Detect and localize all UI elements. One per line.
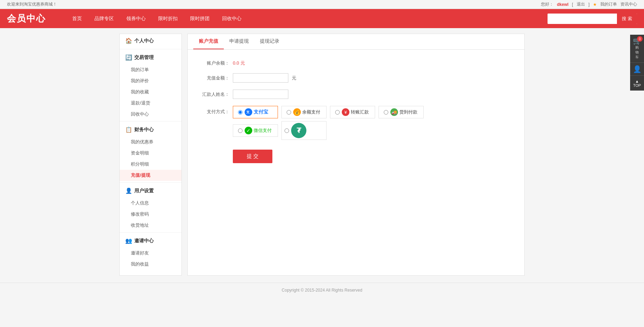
sidebar-item-recycle[interactable]: 回收中心: [120, 109, 181, 120]
alipay-label: 支付宝: [254, 109, 268, 115]
submit-button[interactable]: 提 交: [233, 150, 272, 163]
topbar-right: 您好： dkewl [ 退出 ] ★ 我的订单 资讯中心: [541, 1, 637, 7]
payer-input[interactable]: [233, 90, 288, 99]
sidebar-item-my-coupons[interactable]: 我的优惠券: [120, 136, 181, 148]
search-input[interactable]: [548, 14, 617, 23]
cart-label: 购物车: [635, 45, 639, 60]
sidebar-item-recharge[interactable]: 充值/提现: [120, 170, 181, 181]
payment-option-usdt[interactable]: ₮: [281, 121, 327, 140]
form-area: 账户余额： 0.0 元 充值金额： 元 汇款人姓名： 支付方式：: [188, 50, 524, 174]
section-invite: 👥 邀请中心: [120, 234, 181, 248]
tab-withdraw[interactable]: 申请提现: [224, 34, 254, 49]
sidebar-item-points-detail[interactable]: 积分明细: [120, 159, 181, 170]
tabs: 账户充值 申请提现 提现记录: [188, 34, 524, 50]
payment-row-1: 支 支付宝 💰 余额支付: [233, 106, 424, 118]
header-search: 搜 索: [548, 14, 637, 24]
topbar-my-orders[interactable]: 我的订单: [600, 1, 617, 7]
main-container: 🏠 个人中心 🔄 交易管理 我的订单 我的评价 我的收藏 退款/退货 回收中心 …: [114, 34, 530, 276]
section-user-settings-label: 用户设置: [134, 188, 154, 194]
top-label: ▲TOP: [633, 79, 641, 87]
content-area: 账户充值 申请提现 提现记录 账户余额： 0.0 元 充值金额： 元 汇款人姓名…: [187, 34, 525, 276]
section-trade: 🔄 交易管理: [120, 51, 181, 64]
payment-radio-transfer[interactable]: [335, 110, 340, 115]
payment-methods-container: 支 支付宝 💰 余额支付: [233, 106, 424, 143]
finance-icon: 📋: [125, 126, 132, 133]
amount-row: 充值金额： 元: [202, 73, 510, 83]
usdt-icon: ₮: [297, 126, 301, 135]
header-nav: 首页 品牌专区 领券中心 限时折扣 限时拼团 回收中心: [69, 14, 534, 23]
topbar-welcome: 欢迎来到淘宝优惠券商城！: [7, 1, 57, 7]
payment-option-balance[interactable]: 💰 余额支付: [281, 106, 327, 118]
topbar-star: ★: [593, 2, 597, 7]
tab-recharge[interactable]: 账户充值: [193, 34, 224, 49]
payer-row: 汇款人姓名：: [202, 90, 510, 99]
trade-icon: 🔄: [125, 54, 132, 61]
sidebar-item-change-password[interactable]: 修改密码: [120, 209, 181, 220]
sidebar-item-fund-detail[interactable]: 资金明细: [120, 148, 181, 159]
cart-button[interactable]: 0 🛒 购物车: [630, 35, 644, 63]
balance-value: 0.0 元: [233, 60, 245, 66]
footer: Copyright © 2015-2024 All Rights Reserve…: [0, 283, 644, 297]
payment-option-alipay[interactable]: 支 支付宝: [233, 106, 278, 118]
sidebar-item-address[interactable]: 收货地址: [120, 220, 181, 231]
section-trade-label: 交易管理: [134, 54, 154, 61]
svg-text:支: 支: [246, 110, 250, 114]
user-icon: 👤: [633, 66, 642, 73]
nav-recycle[interactable]: 回收中心: [219, 14, 244, 23]
topbar-logout[interactable]: 退出: [577, 1, 585, 7]
amount-unit: 元: [292, 75, 296, 81]
amount-input[interactable]: [233, 73, 288, 83]
sidebar-item-invite-friends[interactable]: 邀请好友: [120, 248, 181, 259]
payment-radio-balance[interactable]: [287, 110, 291, 115]
sidebar-item-my-favorites[interactable]: 我的收藏: [120, 86, 181, 98]
nav-discount[interactable]: 限时折扣: [155, 14, 180, 23]
section-personal-label: 个人中心: [134, 38, 154, 44]
user-settings-icon: 👤: [125, 187, 132, 194]
sidebar-item-my-earnings[interactable]: 我的收益: [120, 259, 181, 270]
invite-icon: 👥: [125, 237, 132, 244]
payment-row: 支付方式： 支 支付宝: [202, 106, 510, 143]
topbar: 欢迎来到淘宝优惠券商城！ 您好： dkewl [ 退出 ] ★ 我的订单 资讯中…: [0, 0, 644, 9]
section-user-settings: 👤 用户设置: [120, 184, 181, 198]
payment-radio-alipay[interactable]: [238, 110, 243, 115]
payer-label: 汇款人姓名：: [202, 91, 229, 98]
right-sidebar: 0 🛒 购物车 👤 ▲TOP: [630, 35, 644, 91]
sidebar: 🏠 个人中心 🔄 交易管理 我的订单 我的评价 我的收藏 退款/退货 回收中心 …: [119, 34, 182, 276]
wechat-label: 微信支付: [254, 127, 272, 134]
payment-radio-usdt[interactable]: [285, 128, 289, 133]
sidebar-item-my-reviews[interactable]: 我的评价: [120, 75, 181, 86]
section-finance: 📋 财务中心: [120, 123, 181, 136]
sidebar-item-personal-info[interactable]: 个人信息: [120, 198, 181, 209]
topbar-separator1: [: [572, 2, 573, 7]
payment-radio-wechat[interactable]: [238, 128, 243, 133]
section-personal: 🏠 个人中心: [120, 34, 181, 48]
sidebar-item-refund[interactable]: 退款/退货: [120, 98, 181, 109]
user-button[interactable]: 👤: [630, 63, 644, 76]
home-icon: 🏠: [125, 37, 132, 44]
payment-label: 支付方式：: [202, 106, 229, 115]
nav-coupons[interactable]: 领券中心: [124, 14, 149, 23]
sidebar-item-my-orders[interactable]: 我的订单: [120, 64, 181, 75]
payment-option-transfer[interactable]: ¥ 转账汇款: [330, 106, 375, 118]
payment-option-wechat[interactable]: ✓ 微信支付: [233, 124, 278, 137]
topbar-username[interactable]: dkewl: [557, 2, 568, 7]
payment-row-2: ✓ 微信支付 ₮: [233, 121, 424, 140]
search-button[interactable]: 搜 索: [617, 14, 637, 24]
balance-pay-label: 余额支付: [302, 109, 320, 115]
topbar-greeting: 您好：: [541, 1, 553, 7]
payment-option-cod[interactable]: 🚚 货到付款: [379, 106, 424, 118]
balance-label: 账户余额：: [202, 60, 229, 66]
nav-brand[interactable]: 品牌专区: [92, 14, 117, 23]
payment-radio-cod[interactable]: [384, 110, 388, 115]
footer-text: Copyright © 2015-2024 All Rights Reserve…: [282, 288, 362, 293]
top-button[interactable]: ▲TOP: [630, 76, 644, 91]
section-finance-label: 财务中心: [134, 127, 154, 133]
topbar-info-center[interactable]: 资讯中心: [620, 1, 637, 7]
balance-row: 账户余额： 0.0 元: [202, 60, 510, 66]
header: 会员中心 首页 品牌专区 领券中心 限时折扣 限时拼团 回收中心 搜 索: [0, 9, 644, 28]
nav-home[interactable]: 首页: [69, 14, 85, 23]
topbar-separator2: ]: [588, 2, 590, 7]
nav-group-buy[interactable]: 限时拼团: [187, 14, 212, 23]
section-invite-label: 邀请中心: [134, 238, 154, 244]
tab-withdraw-records[interactable]: 提现记录: [254, 34, 285, 49]
